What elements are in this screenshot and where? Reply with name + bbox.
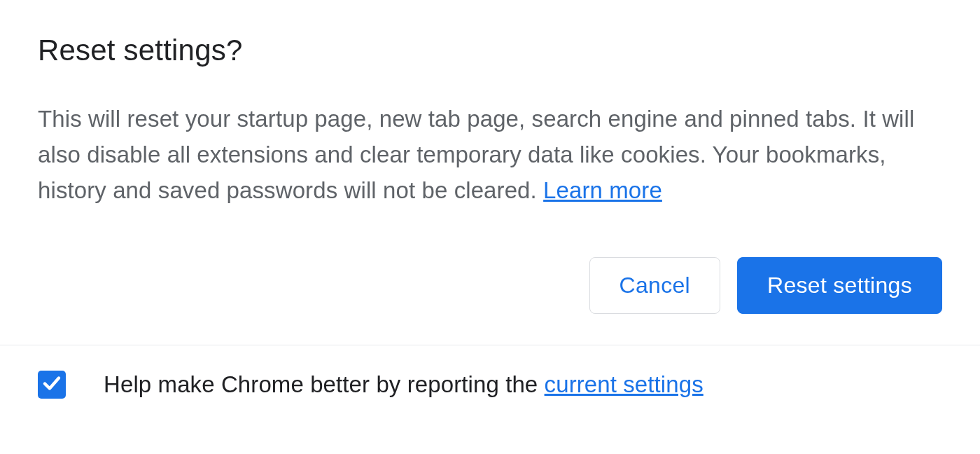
dialog-body: This will reset your startup page, new t… [38,101,942,208]
reset-settings-dialog: Reset settings? This will reset your sta… [0,0,980,399]
footer-text-before: Help make Chrome better by reporting the [104,371,545,397]
dialog-footer: Help make Chrome better by reporting the… [38,345,942,399]
cancel-button[interactable]: Cancel [589,257,720,313]
current-settings-link[interactable]: current settings [545,371,704,397]
footer-text: Help make Chrome better by reporting the… [104,371,704,398]
dialog-body-text: This will reset your startup page, new t… [38,106,914,203]
reset-settings-button[interactable]: Reset settings [737,257,942,313]
dialog-title: Reset settings? [38,34,942,67]
checkmark-icon [41,373,62,397]
report-settings-checkbox[interactable] [38,371,66,399]
dialog-button-row: Cancel Reset settings [38,257,942,313]
learn-more-link[interactable]: Learn more [543,177,662,203]
